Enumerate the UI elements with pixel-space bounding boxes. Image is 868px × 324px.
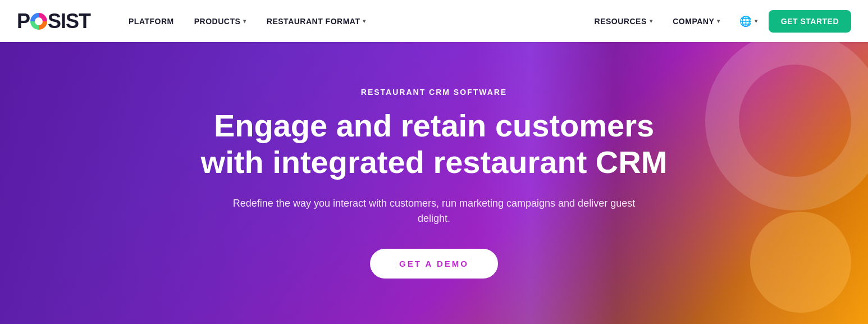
nav-item-resources[interactable]: RESOURCES ▾ bbox=[587, 0, 661, 42]
nav-company-label: COMPANY bbox=[673, 17, 714, 26]
nav-products-label: PRODUCTS bbox=[194, 17, 241, 26]
logo[interactable]: PSIST bbox=[17, 11, 90, 31]
nav-links: PLATFORM PRODUCTS ▾ RESTAURANT FORMAT ▾ bbox=[118, 0, 587, 42]
chevron-down-icon: ▾ bbox=[650, 18, 653, 24]
hero-title: Engage and retain customers with integra… bbox=[181, 108, 687, 180]
logo-text: PSIST bbox=[17, 11, 90, 31]
hero-subtitle: Redefine the way you interact with custo… bbox=[223, 196, 645, 226]
logo-o-icon bbox=[30, 13, 47, 30]
nav-restaurant-format-label: RESTAURANT FORMAT bbox=[267, 17, 360, 26]
chevron-down-icon: ▾ bbox=[363, 18, 366, 24]
navbar: PSIST PLATFORM PRODUCTS ▾ RESTAURANT FOR… bbox=[0, 0, 868, 42]
get-demo-button[interactable]: GET A DEMO bbox=[370, 249, 498, 279]
chevron-down-icon: ▾ bbox=[755, 18, 757, 24]
nav-item-restaurant-format[interactable]: RESTAURANT FORMAT ▾ bbox=[257, 0, 376, 42]
nav-item-company[interactable]: COMPANY ▾ bbox=[665, 0, 728, 42]
globe-icon: 🌐 bbox=[739, 15, 752, 28]
nav-platform-label: PLATFORM bbox=[129, 17, 174, 26]
hero-eyebrow: RESTAURANT CRM SOFTWARE bbox=[361, 88, 507, 97]
nav-resources-label: RESOURCES bbox=[595, 17, 647, 26]
nav-item-products[interactable]: PRODUCTS ▾ bbox=[184, 0, 257, 42]
chevron-down-icon: ▾ bbox=[243, 18, 246, 24]
nav-item-platform[interactable]: PLATFORM bbox=[118, 0, 184, 42]
nav-right: RESOURCES ▾ COMPANY ▾ 🌐 ▾ GET STARTED bbox=[587, 0, 851, 42]
get-started-button[interactable]: GET STARTED bbox=[769, 10, 851, 33]
globe-language-button[interactable]: 🌐 ▾ bbox=[733, 0, 764, 42]
chevron-down-icon: ▾ bbox=[717, 18, 720, 24]
hero-content: RESTAURANT CRM SOFTWARE Engage and retai… bbox=[0, 42, 868, 324]
hero-section: RESTAURANT CRM SOFTWARE Engage and retai… bbox=[0, 42, 868, 324]
